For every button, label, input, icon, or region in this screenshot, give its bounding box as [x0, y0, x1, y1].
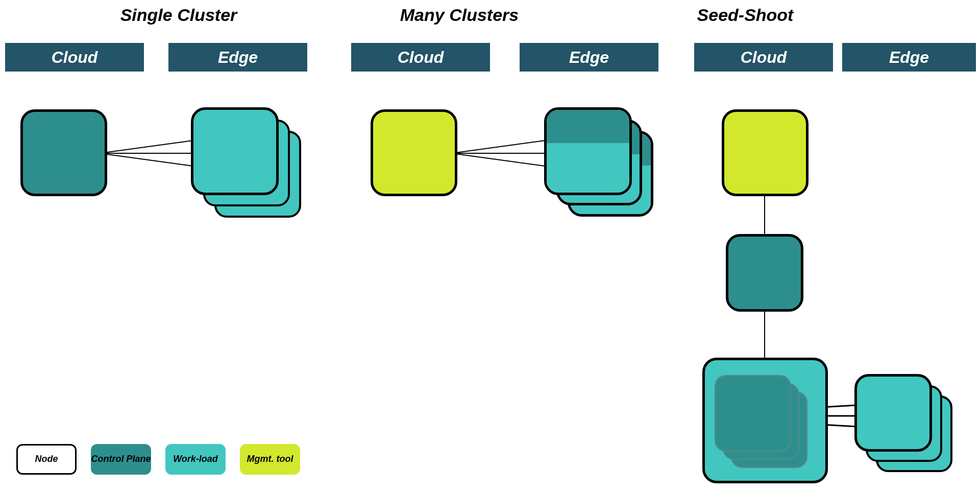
- connector-lines: [0, 0, 980, 491]
- many-cloud-mgmt-tool: [371, 109, 457, 196]
- single-edge-workload-1: [191, 107, 279, 195]
- legend-node: Node: [16, 444, 77, 475]
- label-edge-1: Edge: [168, 43, 307, 72]
- label-cloud-2: Cloud: [351, 43, 490, 72]
- many-edge-split-1: [544, 107, 632, 195]
- label-cloud-3: Cloud: [694, 43, 833, 72]
- seed-edge-workload-1: [854, 374, 932, 452]
- legend-control-label: Control Plane: [91, 454, 151, 464]
- seed-cloud-mgmt-tool: [722, 109, 808, 196]
- legend-workload-label: Work-load: [173, 454, 218, 464]
- legend: Node Control Plane Work-load Mgmt. tool: [16, 444, 300, 475]
- svg-line-0: [100, 139, 204, 153]
- single-cloud-control-plane: [20, 109, 107, 196]
- title-single-cluster: Single Cluster: [120, 5, 237, 25]
- legend-control-plane: Control Plane: [91, 444, 151, 475]
- seed-inner-control-1: [715, 375, 791, 452]
- seed-cloud-control-plane: [726, 234, 803, 312]
- legend-mgmt-label: Mgmt. tool: [247, 454, 293, 464]
- label-cloud-1: Cloud: [5, 43, 144, 72]
- legend-workload: Work-load: [165, 444, 226, 475]
- legend-mgmt-tool: Mgmt. tool: [240, 444, 300, 475]
- label-edge-2: Edge: [520, 43, 658, 72]
- title-many-clusters: Many Clusters: [400, 5, 519, 25]
- svg-line-3: [452, 139, 556, 153]
- label-edge-3: Edge: [842, 43, 976, 72]
- svg-line-2: [100, 153, 204, 168]
- svg-line-5: [452, 153, 556, 168]
- title-seed-shoot: Seed-Shoot: [697, 5, 794, 25]
